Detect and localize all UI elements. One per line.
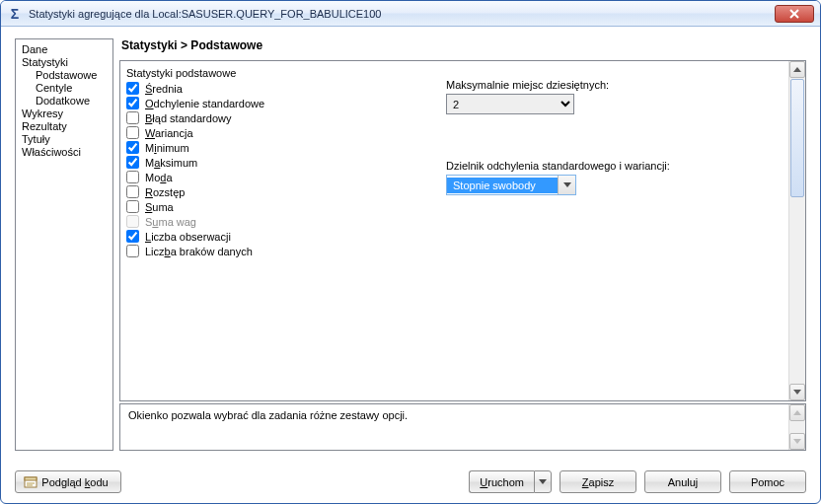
help-label: Pomoc <box>751 476 784 488</box>
nav-item-statystyki[interactable]: Statystyki <box>22 56 107 69</box>
close-button[interactable] <box>775 5 814 23</box>
svg-line-1 <box>790 10 798 18</box>
run-dropdown-button[interactable] <box>534 470 552 493</box>
divisor-label: Dzielnik odchylenia standardowego i wari… <box>446 160 683 172</box>
breadcrumb: Statystyki > Podstawowe <box>119 38 806 58</box>
stat-checkbox[interactable] <box>126 171 139 183</box>
help-button[interactable]: Pomoc <box>729 470 806 493</box>
content-area: Dane Statystyki Podstawowe Centyle Dodat… <box>1 27 820 503</box>
nav-item-wykresy[interactable]: Wykresy <box>22 108 107 120</box>
stat-checkbox-row: Suma wag <box>126 214 783 229</box>
code-preview-icon <box>24 475 37 489</box>
scrollbar[interactable] <box>788 61 805 400</box>
scroll-down-icon[interactable] <box>789 433 805 450</box>
preview-code-button[interactable]: Podgląd kodu <box>15 470 121 493</box>
stat-label: Suma wag <box>145 216 196 228</box>
stat-label: Liczba braków danych <box>145 246 253 257</box>
run-split-button[interactable]: Uruchom <box>469 470 552 493</box>
stat-checkbox[interactable] <box>126 230 139 243</box>
cancel-button[interactable]: Anuluj <box>644 470 721 493</box>
stat-checkbox-row[interactable]: Minimum <box>126 140 783 155</box>
stat-checkbox-row[interactable]: Wariancja <box>126 125 783 140</box>
decimals-select[interactable]: 2 <box>446 94 574 114</box>
stat-checkbox[interactable] <box>126 156 139 169</box>
scroll-down-icon[interactable] <box>789 384 805 400</box>
run-button[interactable]: Uruchom <box>469 470 534 493</box>
stat-label: Minimum <box>145 142 189 154</box>
nav-item-podstawowe[interactable]: Podstawowe <box>22 69 107 82</box>
stat-label: Maksimum <box>145 157 197 169</box>
nav-item-wlasciwosci[interactable]: Właściwości <box>22 146 107 159</box>
close-icon <box>788 9 800 19</box>
section-title: Statystyki podstawowe <box>126 67 783 79</box>
stat-checkbox-row[interactable]: Liczba obserwacji <box>126 229 783 244</box>
chevron-down-icon <box>539 479 547 484</box>
decimals-label: Maksymalnie miejsc dziesiętnych: <box>446 79 609 91</box>
desc-scrollbar[interactable] <box>788 404 805 450</box>
preview-code-label: Podgląd kodu <box>41 476 108 488</box>
footer: Podgląd kodu Uruchom Zapisz Anuluj Pomoc <box>15 470 806 493</box>
stat-label: Rozstęp <box>145 186 185 198</box>
stat-label: Odchylenie standardowe <box>145 98 264 109</box>
nav-item-rezultaty[interactable]: Rezultaty <box>22 120 107 133</box>
scroll-up-icon[interactable] <box>789 61 805 78</box>
nav-item-dane[interactable]: Dane <box>22 43 107 56</box>
stat-checkbox[interactable] <box>126 97 139 109</box>
nav-item-tytuly[interactable]: Tytuły <box>22 133 107 146</box>
save-button[interactable]: Zapisz <box>560 470 636 493</box>
divisor-block: Dzielnik odchylenia standardowego i wari… <box>446 160 683 195</box>
description-text: Okienko pozwala wybrać dla zadania różne… <box>120 404 788 450</box>
stat-checkbox[interactable] <box>126 245 139 257</box>
divisor-value: Stopnie swobody <box>447 178 558 193</box>
stat-checkbox[interactable] <box>126 185 139 198</box>
chevron-down-icon <box>558 176 575 194</box>
svg-rect-3 <box>25 477 37 480</box>
stat-label: Błąd standardowy <box>145 112 231 124</box>
stat-checkbox[interactable] <box>126 111 139 124</box>
stat-checkbox-row[interactable]: Suma <box>126 199 783 214</box>
stat-label: Moda <box>145 172 173 183</box>
stat-label: Wariancja <box>145 127 193 139</box>
scroll-thumb[interactable] <box>790 79 804 197</box>
titlebar: Σ Statystyki agregujące dla Local:SASUSE… <box>1 1 820 27</box>
run-label: Uruchom <box>480 476 524 488</box>
main-panel: Statystyki podstawowe ŚredniaOdchylenie … <box>119 60 806 401</box>
window-title: Statystyki agregujące dla Local:SASUSER.… <box>29 8 769 20</box>
app-sigma-icon: Σ <box>7 6 23 22</box>
nav-panel: Dane Statystyki Podstawowe Centyle Dodat… <box>15 38 113 451</box>
stat-label: Suma <box>145 201 174 213</box>
dialog-window: Σ Statystyki agregujące dla Local:SASUSE… <box>0 0 821 504</box>
save-label: Zapisz <box>582 476 614 488</box>
stat-label: Liczba obserwacji <box>145 231 231 243</box>
nav-item-dodatkowe[interactable]: Dodatkowe <box>22 95 107 108</box>
scroll-up-icon[interactable] <box>789 404 805 421</box>
stat-checkbox[interactable] <box>126 126 139 139</box>
svg-line-0 <box>790 10 798 18</box>
nav-item-centyle[interactable]: Centyle <box>22 82 107 95</box>
stat-checkbox-row[interactable]: Liczba braków danych <box>126 244 783 258</box>
divisor-select[interactable]: Stopnie swobody <box>446 175 576 195</box>
stat-label: Średnia <box>145 83 183 95</box>
description-panel: Okienko pozwala wybrać dla zadania różne… <box>119 403 806 451</box>
stat-checkbox[interactable] <box>126 82 139 95</box>
cancel-label: Anuluj <box>668 476 699 488</box>
decimals-block: Maksymalnie miejsc dziesiętnych: 2 <box>446 79 609 114</box>
stat-checkbox <box>126 215 139 228</box>
stat-checkbox[interactable] <box>126 200 139 213</box>
stat-checkbox[interactable] <box>126 141 139 154</box>
